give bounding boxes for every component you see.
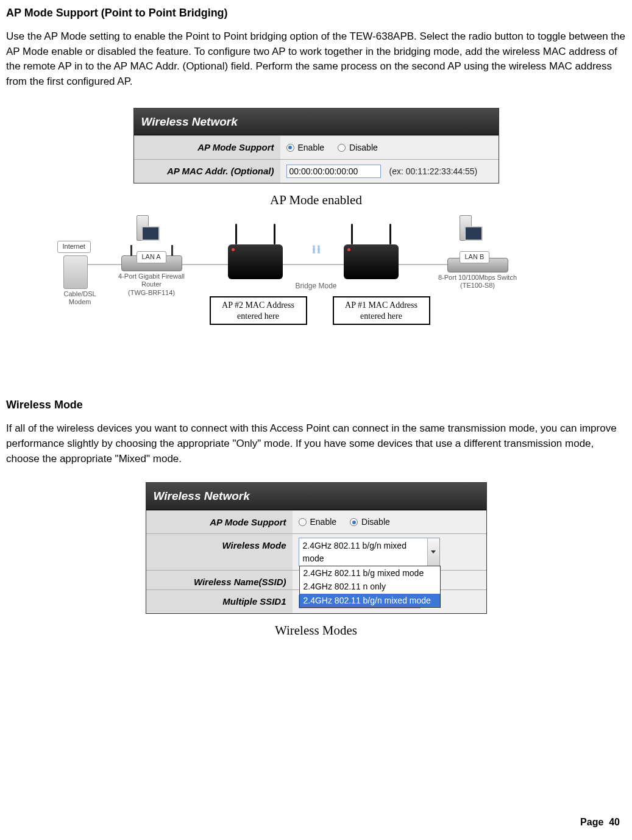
lan-a-tag: LAN A: [137, 251, 166, 263]
section1-heading: AP Mode Support (Point to Point Bridging…: [6, 5, 626, 21]
caption-ap-mode-enabled: AP Mode enabled: [6, 191, 626, 209]
disable2-text: Disable: [361, 516, 390, 528]
panel1-mac-label: AP MAC Addr. (Optional): [134, 160, 280, 183]
radio-enable[interactable]: [286, 144, 294, 152]
modem-icon: [63, 255, 88, 289]
ap-right-icon: [344, 244, 399, 279]
wireless-network-panel-2: Wireless Network AP Mode Support Enable …: [146, 482, 487, 614]
panel1-title: Wireless Network: [134, 109, 499, 136]
panel1-row-apmode: AP Mode Support Enable Disable: [134, 135, 499, 159]
page-number: 40: [609, 817, 620, 827]
disable-text: Disable: [349, 141, 378, 154]
wireless-waves-icon: [307, 243, 326, 260]
mac-input[interactable]: [286, 165, 381, 178]
mac-hint: (ex: 00:11:22:33:44:55): [389, 165, 478, 177]
radio-disable[interactable]: [338, 144, 346, 152]
wireless-mode-dropdown: 2.4GHz 802.11 b/g mixed mode 2.4GHz 802.…: [299, 566, 441, 608]
panel2-row-apmode: AP Mode Support Enable Disable: [146, 510, 486, 534]
wireless-mode-selected: 2.4GHz 802.11 b/g/n mixed mode: [299, 538, 427, 566]
enable-text: Enable: [298, 141, 325, 154]
modem-label: Cable/DSL Modem: [63, 290, 97, 306]
panel2-row-wireless-mode: Wireless Mode 2.4GHz 802.11 b/g/n mixed …: [146, 533, 486, 570]
panel2-apmode-label: AP Mode Support: [146, 511, 293, 534]
section2-heading: Wireless Mode: [6, 397, 626, 413]
ap-left-icon: [228, 244, 283, 279]
switch-label: 8-Port 10/100Mbps Switch (TE100-S8): [429, 274, 527, 290]
router-label: 4-Port Gigabit Firewall Router (TWG-BRF1…: [109, 272, 194, 297]
panel2-title: Wireless Network: [146, 483, 486, 510]
bridge-mode-label: Bridge Mode: [295, 281, 336, 291]
wireless-mode-select[interactable]: 2.4GHz 802.11 b/g/n mixed mode 2.4GHz 80…: [299, 538, 440, 566]
callout-ap1-mac: AP #1 MAC Address entered here: [333, 296, 430, 325]
lan-b-tag: LAN B: [460, 251, 490, 263]
dropdown-option-0[interactable]: 2.4GHz 802.11 b/g mixed mode: [300, 566, 440, 580]
pc-lan-a-icon: [137, 215, 160, 249]
dropdown-arrow-icon[interactable]: [427, 538, 439, 566]
panel2-ssid-label: Wireless Name(SSID): [146, 571, 293, 589]
panel1-apmode-label: AP Mode Support: [134, 136, 280, 159]
page-footer: Page 40: [580, 815, 620, 829]
section1-body: Use the AP Mode setting to enable the Po…: [6, 29, 626, 90]
bridge-diagram: Internet Cable/DSL Modem 4-Port Gigabit …: [57, 220, 575, 330]
panel1-row-mac: AP MAC Addr. (Optional) (ex: 00:11:22:33…: [134, 159, 499, 183]
section2-body: If all of the wireless devices you want …: [6, 421, 626, 466]
panel2-mssid-label: Multiple SSID1: [146, 590, 293, 613]
wireless-network-panel-1: Wireless Network AP Mode Support Enable …: [133, 108, 499, 183]
caption-wireless-modes: Wireless Modes: [6, 621, 626, 639]
panel2-wmode-label: Wireless Mode: [146, 534, 293, 570]
enable2-text: Enable: [310, 516, 337, 528]
pc-lan-b-icon: [460, 215, 483, 249]
callout-ap2-mac: AP #2 MAC Address entered here: [210, 296, 307, 325]
radio2-disable[interactable]: [350, 518, 358, 526]
internet-tag: Internet: [57, 241, 91, 253]
page-word: Page: [580, 817, 603, 827]
radio2-enable[interactable]: [299, 518, 307, 526]
dropdown-option-1[interactable]: 2.4GHz 802.11 n only: [300, 580, 440, 593]
dropdown-option-2[interactable]: 2.4GHz 802.11 b/g/n mixed mode: [300, 594, 440, 607]
